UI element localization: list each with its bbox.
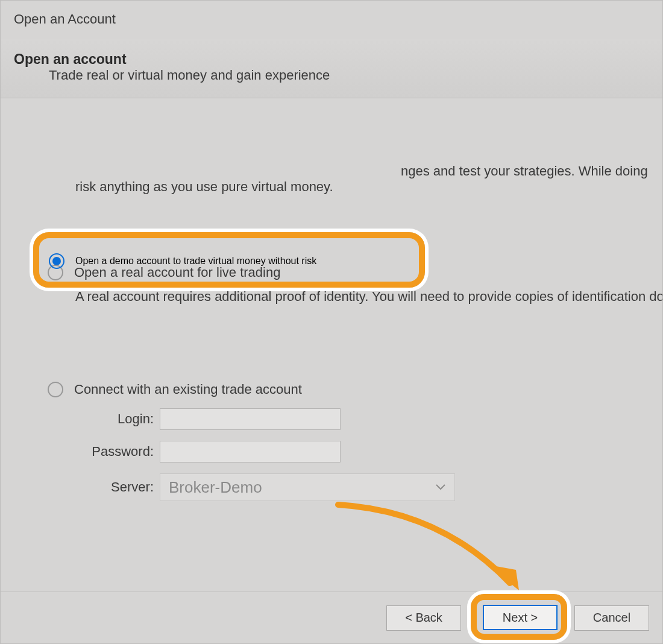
dialog-footer: < Back Cancel <box>1 592 662 643</box>
login-label: Login: <box>75 411 154 427</box>
next-button[interactable]: Next > <box>483 605 558 630</box>
option-existing-row[interactable]: Connect with an existing trade account <box>48 382 662 397</box>
back-button[interactable]: < Back <box>386 605 461 631</box>
window-title: Open an Account <box>1 1 662 39</box>
option-demo-block: nges and test your strategies. While doi… <box>48 130 662 195</box>
password-input[interactable] <box>160 441 341 462</box>
dialog-header: Open an account Trade real or virtual mo… <box>1 39 662 98</box>
header-subheading: Trade real or virtual money and gain exp… <box>49 68 649 83</box>
server-select[interactable]: Broker-Demo <box>160 473 455 501</box>
option-demo-row[interactable]: Open a demo account to trade virtual mon… <box>49 249 413 273</box>
server-select-value: Broker-Demo <box>169 478 262 497</box>
radio-unselected-icon[interactable] <box>48 382 63 397</box>
login-input[interactable] <box>160 408 341 430</box>
existing-account-form: Login: Password: Server: Broker-Demo <box>75 408 662 501</box>
server-label: Server: <box>75 479 154 495</box>
dialog-content: Open a demo account to trade virtual mon… <box>1 98 662 581</box>
option-existing-block: Connect with an existing trade account L… <box>48 382 662 501</box>
chevron-down-icon <box>435 484 446 491</box>
header-heading: Open an account <box>14 51 649 68</box>
cancel-button[interactable]: Cancel <box>574 605 649 631</box>
password-label: Password: <box>75 444 154 459</box>
open-account-dialog: Open an Account Open an account Trade re… <box>0 0 663 644</box>
option-real-description: A real account requires additional proof… <box>75 289 662 305</box>
option-existing-label: Connect with an existing trade account <box>74 382 302 397</box>
option-demo-label: Open a demo account to trade virtual mon… <box>75 256 316 267</box>
option-demo-description: nges and test your strategies. While doi… <box>75 163 662 195</box>
radio-selected-icon[interactable] <box>49 253 64 269</box>
